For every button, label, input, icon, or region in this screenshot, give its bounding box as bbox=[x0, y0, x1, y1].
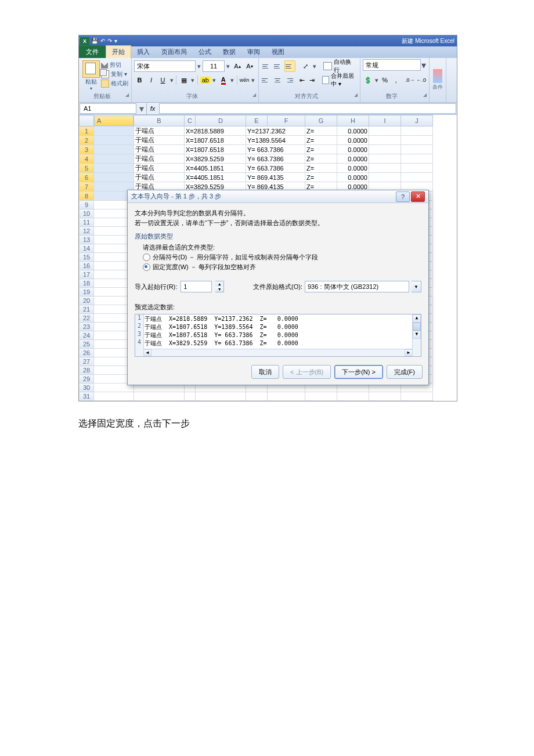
cut-button[interactable]: 剪切 bbox=[101, 61, 128, 69]
align-left-button[interactable] bbox=[261, 74, 272, 86]
font-name-combo[interactable]: 宋体 bbox=[134, 60, 196, 72]
cell[interactable] bbox=[305, 392, 337, 401]
font-color-button[interactable]: A bbox=[218, 74, 229, 86]
cell[interactable] bbox=[401, 145, 433, 154]
row-header[interactable]: 13 bbox=[80, 236, 94, 244]
formula-input[interactable] bbox=[159, 103, 456, 114]
col-header-H[interactable]: H bbox=[337, 115, 369, 126]
copy-button[interactable]: 复制 ▾ bbox=[101, 70, 128, 78]
align-dialog-launcher-icon[interactable]: ◢ bbox=[354, 92, 358, 97]
cell[interactable]: 于端点 bbox=[134, 164, 185, 173]
tab-data[interactable]: 数据 bbox=[217, 46, 241, 58]
close-button[interactable]: ✕ bbox=[411, 191, 425, 202]
align-right-button[interactable] bbox=[283, 74, 294, 86]
cell[interactable]: Z= bbox=[305, 173, 337, 182]
cell[interactable] bbox=[337, 392, 369, 401]
start-row-spinner[interactable]: ▲▼ bbox=[215, 281, 224, 292]
cell[interactable] bbox=[369, 136, 401, 145]
cell[interactable]: Y= 663.7386 bbox=[246, 164, 305, 173]
row-header[interactable]: 5 bbox=[80, 164, 94, 173]
cell[interactable]: 0.0000 bbox=[337, 126, 369, 136]
orientation-button[interactable]: ⤢ bbox=[300, 60, 311, 72]
decrease-decimal-button[interactable]: ←.0 bbox=[416, 74, 427, 86]
cell[interactable]: Y=2137.2362 bbox=[246, 126, 305, 136]
tab-review[interactable]: 审阅 bbox=[241, 46, 266, 58]
name-box[interactable]: A1 bbox=[80, 103, 136, 114]
next-button[interactable]: 下一步(N) > bbox=[334, 365, 383, 379]
cell[interactable]: Z= bbox=[305, 164, 337, 173]
row-header[interactable]: 18 bbox=[80, 279, 94, 288]
cell[interactable] bbox=[369, 154, 401, 164]
cell[interactable] bbox=[369, 392, 401, 401]
cell[interactable]: Y= 869.4135 bbox=[246, 173, 305, 182]
font-size-combo[interactable]: 11 bbox=[203, 60, 225, 72]
name-box-dropdown-icon[interactable]: ▾ bbox=[137, 103, 147, 114]
row-header[interactable]: 10 bbox=[80, 209, 94, 218]
row-header[interactable]: 9 bbox=[80, 201, 94, 209]
cell[interactable] bbox=[369, 173, 401, 182]
cell[interactable] bbox=[401, 126, 433, 136]
cell[interactable] bbox=[369, 164, 401, 173]
cell[interactable] bbox=[401, 154, 433, 164]
undo-icon[interactable]: ↶ bbox=[100, 38, 105, 44]
row-header[interactable]: 26 bbox=[80, 349, 94, 357]
col-header-A[interactable]: A bbox=[94, 115, 134, 126]
col-header-D[interactable]: D bbox=[196, 115, 246, 126]
worksheet[interactable]: ABCDEFGHIJ1于端点X=2818.5889Y=2137.2362Z=0.… bbox=[79, 115, 457, 401]
cell[interactable] bbox=[94, 173, 134, 182]
cell[interactable] bbox=[94, 145, 134, 154]
tab-page-layout[interactable]: 页面布局 bbox=[156, 46, 193, 58]
decrease-indent-button[interactable]: ⇤ bbox=[298, 74, 307, 86]
tab-insert[interactable]: 插入 bbox=[131, 46, 156, 58]
preview-hscrollbar[interactable]: ◀▶ bbox=[143, 349, 413, 356]
cell[interactable] bbox=[401, 136, 433, 145]
finish-button[interactable]: 完成(F) bbox=[387, 365, 423, 379]
cell[interactable] bbox=[401, 173, 433, 182]
cell[interactable] bbox=[185, 392, 196, 401]
radio-fixed-width[interactable]: 固定宽度(W) － 每列字段加空格对齐 bbox=[143, 263, 421, 272]
row-header[interactable]: 3 bbox=[80, 145, 94, 154]
row-header[interactable]: 1 bbox=[80, 126, 94, 136]
radio-delimited[interactable]: 分隔符号(D) － 用分隔字符，如逗号或制表符分隔每个字段 bbox=[143, 253, 421, 262]
cell[interactable] bbox=[196, 392, 246, 401]
col-header-C[interactable]: C bbox=[185, 115, 196, 126]
save-icon[interactable]: 💾 bbox=[91, 38, 98, 44]
grow-font-button[interactable]: A▴ bbox=[232, 60, 243, 72]
align-middle-button[interactable] bbox=[273, 60, 284, 72]
preview-vscrollbar[interactable]: ▲ ▼ bbox=[412, 314, 421, 356]
row-header[interactable]: 4 bbox=[80, 154, 94, 164]
cell[interactable]: 于端点 bbox=[134, 154, 185, 164]
italic-button[interactable]: I bbox=[146, 74, 157, 86]
cell[interactable]: X=1807.6518 bbox=[185, 136, 246, 145]
cell[interactable] bbox=[94, 126, 134, 136]
row-header[interactable]: 29 bbox=[80, 375, 94, 384]
col-header-G[interactable]: G bbox=[305, 115, 337, 126]
file-origin-combo[interactable]: 936 : 简体中文 (GB2312) bbox=[305, 281, 409, 292]
merge-center-button[interactable]: 合并后居中 ▾ bbox=[320, 75, 358, 85]
cell[interactable] bbox=[94, 392, 134, 401]
col-header-F[interactable]: F bbox=[268, 115, 305, 126]
col-header-I[interactable]: I bbox=[369, 115, 401, 126]
cell[interactable]: Z= bbox=[305, 145, 337, 154]
underline-button[interactable]: U bbox=[157, 74, 168, 86]
cell[interactable]: 0.0000 bbox=[337, 136, 369, 145]
cell[interactable] bbox=[401, 392, 433, 401]
row-header[interactable]: 6 bbox=[80, 173, 94, 182]
cell[interactable]: Z= bbox=[305, 126, 337, 136]
help-button[interactable]: ? bbox=[396, 191, 410, 202]
cell[interactable]: 0.0000 bbox=[337, 145, 369, 154]
cell[interactable] bbox=[94, 154, 134, 164]
dropdown-icon[interactable]: ▼ bbox=[412, 281, 421, 292]
col-header-B[interactable]: B bbox=[134, 115, 185, 126]
row-header[interactable]: 2 bbox=[80, 136, 94, 145]
cancel-button[interactable]: 取消 bbox=[251, 365, 279, 379]
number-format-combo[interactable]: 常规 bbox=[363, 59, 421, 71]
row-header[interactable]: 19 bbox=[80, 288, 94, 296]
col-header-E[interactable]: E bbox=[246, 115, 268, 126]
row-header[interactable]: 24 bbox=[80, 331, 94, 340]
cell[interactable]: Y= 663.7386 bbox=[246, 145, 305, 154]
tab-view[interactable]: 视图 bbox=[266, 46, 290, 58]
row-header[interactable]: 20 bbox=[80, 296, 94, 305]
row-header[interactable]: 23 bbox=[80, 323, 94, 331]
cell[interactable]: 于端点 bbox=[134, 145, 185, 154]
